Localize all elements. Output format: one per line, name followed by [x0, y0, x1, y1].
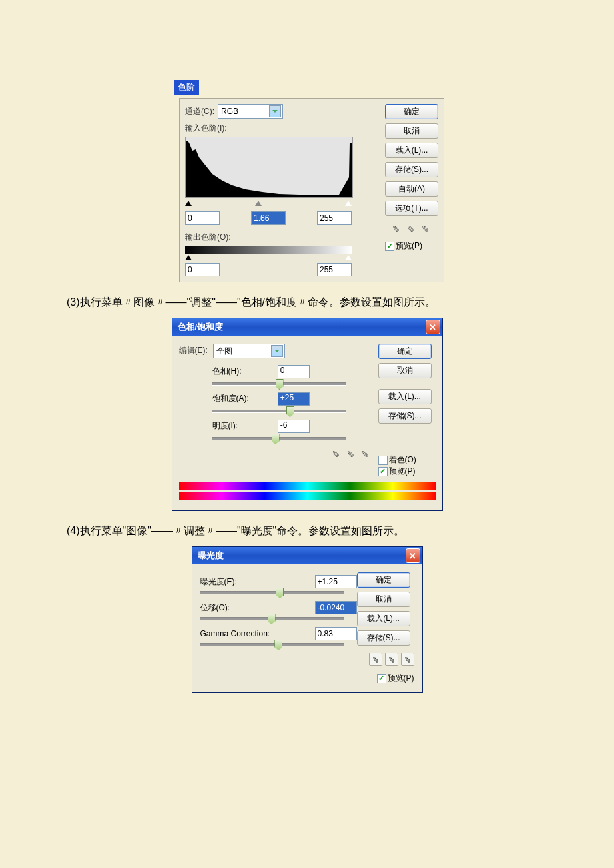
exposure-dialog: 曝光度 ✕ 曝光度(E): +1.25 位移(O): -0.0240: [192, 546, 423, 693]
slider-thumb[interactable]: [276, 588, 284, 598]
input-high[interactable]: 255: [317, 211, 352, 225]
load-button[interactable]: 载入(L)...: [378, 389, 432, 404]
slider-thumb[interactable]: [286, 406, 294, 417]
hue-label: 色相(H):: [212, 366, 269, 377]
checkbox-checked-icon[interactable]: ✓: [385, 242, 394, 251]
cancel-button[interactable]: 取消: [357, 592, 410, 607]
output-high[interactable]: 255: [317, 263, 352, 276]
options-button[interactable]: 选项(T)...: [385, 201, 438, 216]
slider-thumb[interactable]: [274, 640, 282, 650]
spectrum-bars: [179, 482, 436, 500]
input-mid[interactable]: 1.66: [251, 211, 286, 225]
histogram: [185, 137, 353, 198]
ok-button[interactable]: 确定: [378, 344, 432, 359]
spectrum-top: [179, 482, 436, 490]
offset-label: 位移(O):: [200, 602, 280, 614]
edit-select[interactable]: 全图: [213, 344, 285, 358]
huesat-dialog: 色相/饱和度 ✕ 编辑(E): 全图 色相(H): 0: [172, 318, 443, 511]
output-levels-label: 输出色阶(O):: [185, 232, 380, 243]
eyedropper-gray-icon[interactable]: ✎: [385, 653, 398, 666]
exposure-label: 曝光度(E):: [200, 576, 280, 588]
white-point-marker[interactable]: [345, 201, 352, 206]
eyedropper-black-icon[interactable]: [392, 223, 402, 234]
eyedroppers-group: [385, 223, 438, 234]
save-button[interactable]: 存储(S)...: [357, 630, 410, 646]
eyedropper-white-icon[interactable]: [421, 223, 432, 234]
preview-label: 预览(P): [388, 673, 414, 684]
save-button[interactable]: 存储(S)...: [385, 162, 438, 177]
load-button[interactable]: 载入(L)...: [357, 611, 410, 626]
out-white-marker[interactable]: [345, 255, 352, 260]
gamma-value[interactable]: 0.83: [315, 627, 357, 640]
sat-slider[interactable]: [212, 410, 346, 413]
sat-label: 饱和度(A):: [212, 393, 269, 404]
slider-thumb[interactable]: [276, 379, 284, 390]
title-badge: 色阶: [174, 80, 199, 95]
preview-checkbox-row[interactable]: ✓ 预览(P): [378, 466, 436, 477]
instruction-4: (4)执行菜单"图像"——〃调整〃——"曝光度"命令。参数设置如图所示。: [67, 524, 547, 538]
instruction-3: (3)执行菜单〃图像〃——"调整"——"色相/饱和度〃命令。参数设置如图所示。: [67, 296, 547, 310]
light-value[interactable]: -6: [278, 420, 310, 433]
titlebar[interactable]: 色相/饱和度 ✕: [172, 318, 442, 336]
output-slider[interactable]: [185, 255, 352, 260]
cancel-button[interactable]: 取消: [378, 363, 432, 378]
hue-slider[interactable]: [212, 382, 346, 386]
eyedropper-minus-icon[interactable]: [361, 448, 372, 459]
gamma-label: Gamma Correction:: [200, 629, 280, 638]
offset-value[interactable]: -0.0240: [315, 601, 357, 614]
preview-checkbox-row[interactable]: ✓ 预览(P): [385, 240, 438, 252]
spectrum-bottom: [179, 492, 436, 500]
auto-button[interactable]: 自动(A): [385, 181, 438, 197]
light-slider[interactable]: [212, 437, 346, 440]
out-black-marker[interactable]: [185, 255, 192, 260]
gamma-slider[interactable]: [200, 643, 344, 646]
hue-value[interactable]: 0: [278, 365, 310, 378]
channel-select[interactable]: RGB: [218, 104, 283, 119]
offset-slider[interactable]: [200, 617, 344, 620]
eyedropper-black-icon[interactable]: ✎: [369, 653, 382, 666]
checkbox-unchecked-icon[interactable]: [378, 456, 388, 465]
chevron-down-icon[interactable]: [271, 345, 283, 357]
load-button[interactable]: 载入(L)...: [385, 143, 438, 158]
input-levels-label: 输入色阶(I):: [185, 123, 380, 134]
input-slider[interactable]: [185, 201, 352, 207]
dialog-title: 色相/饱和度: [178, 321, 426, 333]
close-icon[interactable]: ✕: [406, 548, 420, 563]
eyedropper-icon[interactable]: [332, 448, 342, 459]
colorize-checkbox-row[interactable]: 着色(O): [378, 454, 436, 466]
preview-label: 预览(P): [396, 240, 422, 252]
cancel-button[interactable]: 取消: [385, 123, 438, 139]
output-low[interactable]: 0: [185, 263, 220, 276]
output-gradient: [185, 246, 352, 254]
eyedropper-gray-icon[interactable]: [406, 223, 417, 234]
gray-point-marker[interactable]: [255, 201, 262, 206]
input-low[interactable]: 0: [185, 211, 220, 225]
black-point-marker[interactable]: [185, 201, 192, 206]
titlebar[interactable]: 曝光度 ✕: [192, 547, 422, 564]
preview-label: 预览(P): [389, 466, 416, 477]
slider-thumb[interactable]: [268, 614, 276, 624]
chevron-down-icon[interactable]: [269, 105, 281, 117]
exposure-value[interactable]: +1.25: [315, 575, 357, 588]
channel-value: RGB: [221, 107, 269, 116]
sat-value[interactable]: +25: [278, 392, 310, 406]
checkbox-checked-icon[interactable]: ✓: [378, 467, 388, 476]
dialog-title: 曝光度: [198, 550, 406, 562]
checkbox-checked-icon[interactable]: ✓: [377, 674, 386, 683]
light-label: 明度(I):: [212, 420, 269, 432]
eyedropper-white-icon[interactable]: ✎: [401, 653, 414, 666]
channel-label: 通道(C):: [185, 106, 214, 117]
slider-thumb[interactable]: [272, 434, 280, 444]
exposure-slider[interactable]: [200, 591, 344, 594]
colorize-label: 着色(O): [389, 454, 416, 466]
eyedropper-plus-icon[interactable]: [346, 448, 357, 459]
save-button[interactable]: 存储(S)...: [378, 408, 432, 424]
ok-button[interactable]: 确定: [357, 572, 410, 588]
ok-button[interactable]: 确定: [385, 104, 438, 119]
edit-value: 全图: [216, 346, 271, 357]
levels-dialog: 通道(C): RGB 输入色阶(I): 0 1.66 255: [179, 98, 444, 282]
close-icon[interactable]: ✕: [426, 320, 440, 334]
edit-label: 编辑(E):: [179, 346, 208, 355]
preview-checkbox-row[interactable]: ✓ 预览(P): [357, 673, 414, 684]
